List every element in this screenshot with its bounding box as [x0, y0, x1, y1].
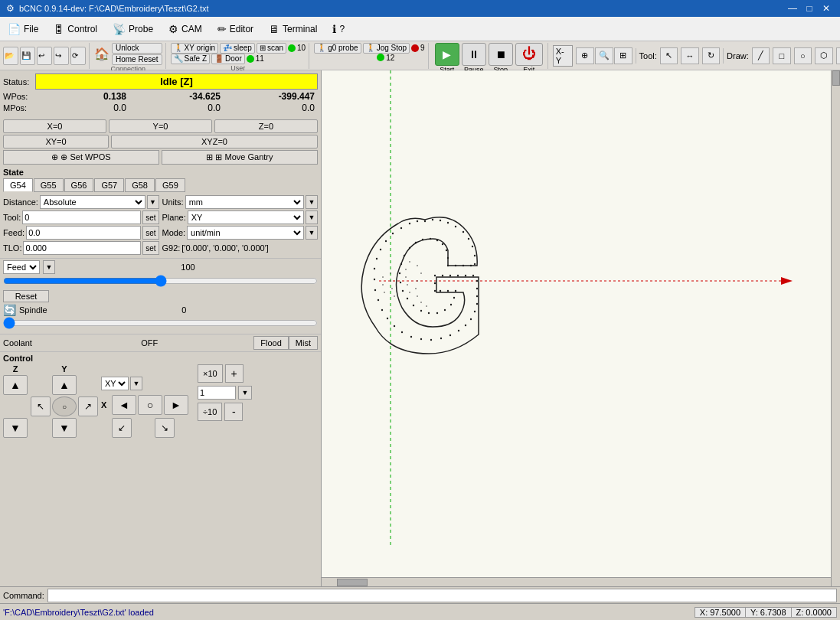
mult10-button[interactable]: ×10	[198, 364, 223, 383]
dl-button[interactable]: ↙	[112, 418, 132, 438]
flood-button[interactable]: Flood	[253, 336, 289, 350]
draw-point[interactable]: ·	[836, 47, 840, 64]
tab-g54[interactable]: G54	[3, 178, 33, 192]
save-button[interactable]: 💾	[20, 47, 35, 65]
step-input[interactable]	[198, 386, 236, 400]
close-button[interactable]: ✕	[819, 2, 834, 15]
x0-button[interactable]: X=0	[3, 119, 106, 133]
feed-slider[interactable]	[3, 275, 318, 287]
z-down-button[interactable]: ▼	[3, 418, 28, 438]
tab-g55[interactable]: G55	[34, 178, 64, 192]
tlo-set-button[interactable]: set	[142, 241, 159, 255]
canvas-area[interactable]	[322, 70, 840, 577]
feed-mode-dropdown[interactable]: ▼	[43, 260, 55, 274]
exit-button[interactable]: ⏻	[515, 43, 543, 66]
x-left-button[interactable]: ◄	[112, 395, 136, 415]
pause-button[interactable]: ⏸	[462, 43, 486, 66]
distance-select[interactable]: Absolute	[40, 195, 145, 209]
menu-file[interactable]: 📄 File	[0, 17, 46, 41]
rotate-tool[interactable]: ↻	[702, 47, 720, 64]
g0probe-button[interactable]: 🚶 g0 probe	[314, 43, 361, 54]
zoom-in-button[interactable]: 🔍	[595, 47, 613, 64]
menu-editor[interactable]: ✏ Editor	[210, 17, 261, 41]
xy-origin-button[interactable]: 🚶 XY origin	[171, 43, 218, 54]
tab-g57[interactable]: G57	[94, 178, 124, 192]
menu-control[interactable]: 🎛 Control	[46, 17, 105, 41]
move-gantry-button[interactable]: ⊞ ⊞ Move Gantry	[162, 150, 318, 165]
draw-circle[interactable]: ○	[794, 47, 812, 64]
zoom-box-button[interactable]: ⊞	[614, 47, 632, 64]
tool-set-button[interactable]: set	[142, 210, 159, 224]
xy0-button[interactable]: XY=0	[3, 135, 109, 148]
safe-z-button[interactable]: 🔧 Safe Z	[171, 54, 210, 64]
feed-reset-button[interactable]: Reset	[3, 290, 49, 302]
dr-button[interactable]: ↘	[155, 418, 175, 438]
mist-button[interactable]: Mist	[289, 336, 318, 350]
stop-button[interactable]: ⏹	[489, 43, 513, 66]
menu-probe[interactable]: 📡 Probe	[105, 17, 161, 41]
z-up-button[interactable]: ▲	[3, 375, 28, 395]
door-button[interactable]: 🚪 Door	[211, 54, 245, 64]
step-dropdown[interactable]: ▼	[238, 386, 252, 400]
draw-rect[interactable]: □	[773, 47, 790, 64]
tlo-input[interactable]	[23, 241, 141, 255]
scrollbar-h[interactable]	[322, 577, 831, 586]
menu-cam[interactable]: ⚙ CAM	[161, 17, 210, 41]
move-tool[interactable]: ↔	[681, 47, 698, 64]
mode-dropdown[interactable]: ▼	[306, 226, 318, 240]
feed-input[interactable]	[26, 226, 141, 240]
y-up-button[interactable]: ▲	[52, 375, 77, 395]
mode-select[interactable]: unit/min	[187, 226, 304, 240]
div10-button[interactable]: ÷10	[198, 403, 222, 421]
home-center[interactable]: ○	[52, 396, 77, 416]
ul-button[interactable]: ↖	[31, 396, 51, 416]
svg-point-58	[410, 336, 412, 338]
y0-button[interactable]: Y=0	[109, 119, 212, 133]
spindle-slider[interactable]	[3, 317, 318, 329]
xy-dropdown[interactable]: ▼	[130, 377, 142, 390]
plane-select[interactable]: XY	[188, 210, 304, 224]
tab-g59[interactable]: G59	[155, 178, 185, 192]
menu-help[interactable]: ℹ ?	[325, 17, 352, 41]
scroll-thumb-h[interactable]	[337, 579, 368, 586]
minus-button[interactable]: -	[224, 403, 243, 421]
draw-poly[interactable]: ⬡	[815, 47, 832, 64]
plus-button[interactable]: +	[225, 364, 244, 383]
y-down-button[interactable]: ▼	[52, 418, 77, 438]
plane-dropdown[interactable]: ▼	[306, 210, 318, 224]
ur-button[interactable]: ↗	[78, 396, 98, 416]
unlock-button[interactable]: Unlock	[112, 43, 162, 54]
open-button[interactable]: 📂	[3, 47, 18, 65]
tool-input[interactable]	[22, 210, 141, 224]
draw-line[interactable]: ╱	[752, 47, 770, 64]
scroll-thumb[interactable]	[832, 70, 840, 86]
redo-button[interactable]: ↪	[54, 47, 69, 65]
scan-button[interactable]: ⊞ scan	[257, 43, 286, 54]
cursor-tool[interactable]: ↖	[660, 47, 678, 64]
x-right-button[interactable]: ►	[164, 395, 188, 415]
tab-g58[interactable]: G58	[125, 178, 155, 192]
refresh-button[interactable]: ⟳	[70, 47, 86, 65]
units-select[interactable]: mm	[185, 195, 304, 209]
tab-g56[interactable]: G56	[64, 178, 94, 192]
units-dropdown[interactable]: ▼	[306, 195, 318, 209]
start-button[interactable]: ▶	[435, 43, 459, 66]
zoom-fit-button[interactable]: ⊕	[576, 47, 594, 64]
feed-set-button[interactable]: set	[142, 226, 159, 240]
undo-button[interactable]: ↩	[37, 47, 52, 65]
menu-terminal[interactable]: 🖥 Terminal	[261, 17, 325, 41]
xyz0-button[interactable]: XYZ=0	[111, 135, 318, 148]
minimize-button[interactable]: —	[785, 2, 800, 15]
distance-dropdown[interactable]: ▼	[147, 195, 159, 209]
maximize-button[interactable]: □	[802, 2, 817, 15]
home-reset-button[interactable]: Home Reset	[112, 54, 162, 65]
set-wpos-button[interactable]: ⊕ ⊕ Set WPOS	[3, 150, 159, 165]
feed-mode-select[interactable]: Feed	[3, 260, 40, 274]
z0-button[interactable]: Z=0	[214, 119, 318, 133]
scrollbar-v[interactable]	[831, 70, 840, 586]
sleep-button[interactable]: 💤 sleep	[220, 43, 255, 54]
jog-stop-button[interactable]: 🚶 Jog Stop	[363, 43, 410, 54]
xy-select[interactable]: XY	[101, 377, 129, 390]
x-home-button[interactable]: ○	[138, 395, 162, 415]
command-input[interactable]	[47, 589, 837, 602]
